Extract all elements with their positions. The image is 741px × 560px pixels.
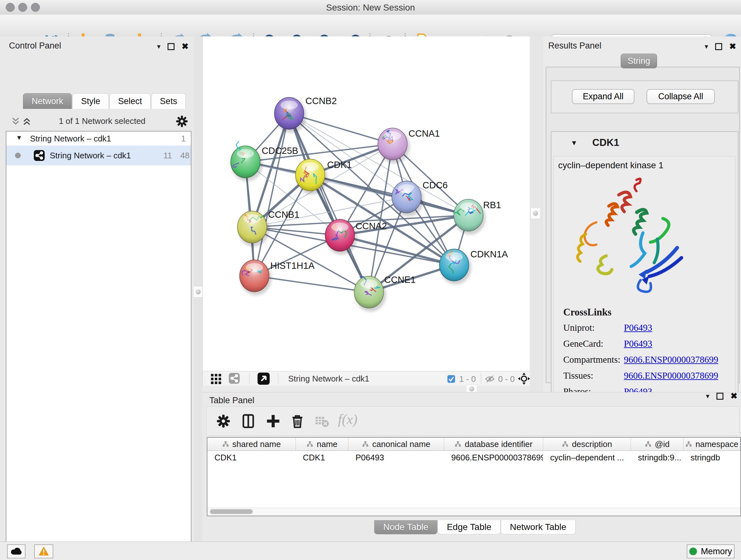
results-content: Expand All Collapse All ▼ CDK1 cyclin–de… — [546, 67, 740, 383]
expand-all-icon[interactable] — [22, 117, 31, 126]
crosslink-compartments-link[interactable]: 9606.ENSP00000378699 — [624, 354, 718, 365]
table-panel-title: Table Panel — [209, 395, 254, 406]
column-header-description[interactable]: description — [543, 438, 631, 450]
column-header-@id[interactable]: @id — [631, 438, 684, 450]
network-collection-row[interactable]: ▼ String Network – cdk1 1 — [6, 132, 191, 145]
column-header-name[interactable]: name — [296, 438, 348, 450]
column-header-database-identifier[interactable]: database identifier — [444, 438, 543, 450]
network-edge-count: 48 — [180, 151, 190, 161]
crosslinks-section: CrossLinks Uniprot:P06493GeneCard:P06493… — [563, 307, 718, 402]
network-node-CDK1[interactable]: CDK1 — [295, 159, 352, 194]
network-node-CCNB2[interactable]: CCNB2 — [274, 96, 337, 133]
column-header-shared-name[interactable]: shared name — [207, 438, 296, 450]
splitter-handle[interactable] — [530, 207, 541, 219]
collapse-all-icon[interactable] — [11, 117, 20, 126]
table-cell[interactable]: stringdb — [684, 451, 740, 464]
table-cell[interactable]: CDK1 — [296, 451, 348, 464]
collapse-all-button[interactable]: Collapse All — [647, 89, 715, 104]
show-column-button[interactable] — [240, 413, 257, 430]
delete-table-button[interactable] — [313, 413, 330, 430]
network-badge-icon[interactable] — [229, 373, 240, 384]
splitter-handle[interactable] — [193, 286, 203, 298]
network-node-CDC6[interactable]: CDC6 — [392, 180, 448, 216]
delete-column-button[interactable] — [289, 413, 306, 430]
horizontal-splitter[interactable] — [202, 386, 530, 392]
memory-button[interactable]: Memory — [687, 544, 735, 558]
network-node-CDC25B[interactable]: CDC25B — [231, 141, 298, 182]
table-cell[interactable]: stringdb:9... — [631, 451, 684, 464]
warning-button[interactable] — [34, 544, 53, 558]
scrollbar-thumb[interactable] — [210, 509, 253, 514]
tab-string[interactable]: String — [621, 54, 657, 68]
tab-node-table[interactable]: Node Table — [374, 520, 437, 535]
crosslink-row: Uniprot:P06493 — [563, 322, 718, 333]
left-splitter[interactable] — [194, 37, 202, 542]
grid-view-icon[interactable] — [211, 374, 221, 384]
tab-edge-table[interactable]: Edge Table — [437, 520, 501, 535]
table-options-button[interactable] — [215, 413, 232, 430]
trash-icon — [289, 413, 306, 430]
network-node-HIST1H1A[interactable]: HIST1H1A — [240, 260, 315, 295]
cloud-button[interactable] — [7, 544, 25, 558]
create-column-button[interactable] — [265, 413, 282, 430]
network-options-gear-icon[interactable] — [175, 114, 189, 128]
tab-style[interactable]: Style — [72, 93, 109, 109]
tab-network[interactable]: Network — [23, 93, 72, 109]
selected-checkbox-icon[interactable] — [447, 375, 455, 383]
network-node-CCNB1[interactable]: CCNB1 — [238, 209, 299, 246]
node-label: CDKN1A — [470, 249, 508, 259]
crosshair-icon[interactable] — [518, 373, 530, 385]
table-row[interactable]: CDK1CDK1P064939606.ENSP00000378699cyclin… — [207, 451, 740, 464]
result-entry-body: cyclin–dependent kinase 1 — [553, 156, 735, 408]
panel-menu-icon[interactable]: ▾ — [157, 43, 160, 51]
network-list: ▼ String Network – cdk1 1 String Network… — [6, 131, 192, 560]
table-hscrollbar[interactable] — [207, 508, 740, 516]
panel-menu-icon[interactable]: ▾ — [706, 392, 710, 400]
crosslinks-title: CrossLinks — [563, 307, 718, 318]
expand-all-button[interactable]: Expand All — [572, 89, 634, 104]
collection-expand-icon[interactable]: ▼ — [16, 134, 22, 141]
column-header-namespace[interactable]: namespace — [684, 438, 740, 450]
network-node-CCNA1[interactable]: CCNA1 — [378, 128, 440, 164]
selected-counts: 1 - 0 — [459, 374, 476, 384]
crosslink-uniprot-link[interactable]: P06493 — [624, 322, 652, 333]
panel-close-icon[interactable]: ✖ — [731, 391, 738, 401]
crosslink-genecard-link[interactable]: P06493 — [624, 338, 652, 349]
crosslink-label: Tissues: — [563, 370, 624, 381]
panel-float-icon[interactable] — [717, 393, 724, 400]
table-cell[interactable]: P06493 — [348, 451, 444, 464]
namespace-tree-icon — [222, 441, 229, 447]
right-splitter[interactable] — [530, 37, 543, 392]
network-edge — [254, 113, 289, 276]
crosslink-tissues-link[interactable]: 9606.ENSP00000378699 — [624, 370, 718, 381]
tab-sets[interactable]: Sets — [151, 93, 186, 109]
network-node-RB1[interactable]: RB1 — [454, 199, 501, 235]
memory-label: Memory — [701, 547, 732, 557]
table-cell[interactable]: 9606.ENSP00000378699 — [444, 451, 543, 464]
main-toolbar: ? — [0, 15, 741, 37]
network-list-header: 1 of 1 Network selected — [0, 113, 194, 130]
column-header-canonical-name[interactable]: canonical name — [348, 438, 444, 450]
table-cell[interactable]: CDK1 — [207, 451, 296, 464]
namespace-tree-icon — [562, 441, 569, 447]
panel-close-icon[interactable]: ✖ — [182, 42, 189, 51]
panel-menu-icon[interactable]: ▾ — [704, 43, 708, 51]
birdseye-view-icon[interactable] — [258, 373, 270, 385]
network-canvas[interactable]: CCNB2CCNA1CDC25BCDK1CDC6RB1CCNB1CCNA2CDK… — [202, 37, 530, 371]
table-cell[interactable]: cyclin–dependent ... — [543, 451, 631, 464]
collection-count: 1 — [181, 134, 186, 144]
tab-select[interactable]: Select — [110, 93, 151, 109]
network-row-selected[interactable]: String Network – cdk1 11 48 — [6, 145, 191, 165]
results-panel-title: Results Panel — [548, 41, 602, 51]
entry-title: CDK1 — [592, 137, 619, 148]
panel-close-icon[interactable]: ✖ — [729, 42, 736, 51]
entry-collapse-icon[interactable]: ▼ — [570, 139, 578, 147]
network-graph[interactable]: CCNB2CCNA1CDC25BCDK1CDC6RB1CCNB1CCNA2CDK… — [203, 37, 530, 371]
network-node-CDKN1A[interactable]: CDKN1A — [440, 249, 508, 285]
tab-network-table[interactable]: Network Table — [501, 520, 576, 535]
result-entry-header[interactable]: ▼ CDK1 — [551, 132, 738, 156]
function-builder-button[interactable]: f(x) — [338, 411, 357, 428]
panel-float-icon[interactable] — [167, 43, 175, 50]
network-node-CCNE1[interactable]: CCNE1 — [354, 274, 415, 312]
panel-float-icon[interactable] — [715, 43, 722, 50]
